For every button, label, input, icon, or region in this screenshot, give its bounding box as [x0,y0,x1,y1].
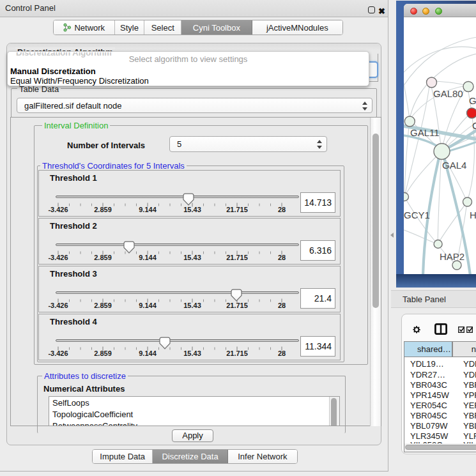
svg-text:HAP2: HAP2 [440,251,464,262]
svg-text:GAL80: GAL80 [433,88,463,99]
svg-text:GAL: GAL [469,95,476,106]
svg-text:GAL4: GAL4 [442,160,466,171]
svg-text:GAL11: GAL11 [410,127,440,138]
svg-text:GCY1: GCY1 [404,210,430,220]
svg-text:H: H [470,210,476,220]
svg-text:C: C [472,120,476,131]
